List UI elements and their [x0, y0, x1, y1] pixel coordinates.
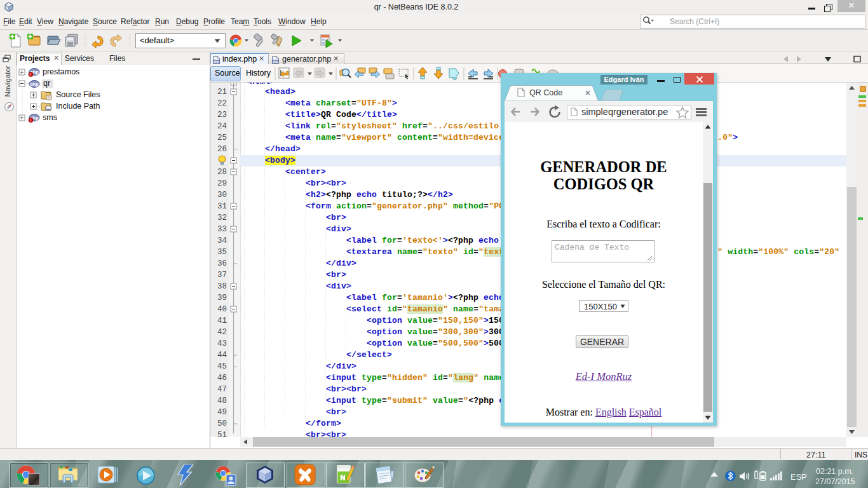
- svg-text:php: php: [214, 60, 219, 64]
- svg-text:php: php: [273, 60, 278, 64]
- svg-text:php: php: [31, 82, 39, 87]
- svg-text:!: !: [31, 72, 32, 77]
- svg-text:!: !: [31, 118, 32, 123]
